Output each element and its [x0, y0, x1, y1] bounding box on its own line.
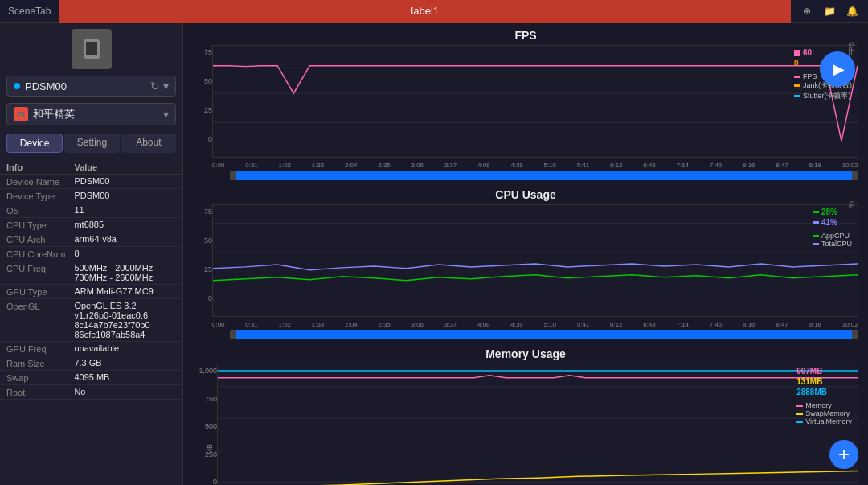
- fps-chart-svg: [212, 45, 858, 158]
- fps-legend-fps-dot: [794, 50, 800, 56]
- fps-y-75: 75: [204, 48, 212, 56]
- info-value: PDSM00: [74, 176, 176, 186]
- info-row: Swap4095 MB: [0, 371, 182, 385]
- fps-timeline-right-handle[interactable]: [852, 171, 858, 180]
- cpu-legend-labels: AppCPU TotalCPU: [813, 232, 852, 248]
- cpu-chart-svg: [212, 204, 858, 317]
- memory-y-unit: MB: [206, 444, 214, 455]
- header-info: Info: [6, 162, 74, 172]
- app-cpu-val: 28%: [821, 208, 837, 216]
- fps-chart-section: FPS 75 50 25 0 FPS: [183, 23, 868, 182]
- info-key: Root: [6, 387, 74, 397]
- info-row: Device TypePDSM00: [0, 189, 182, 203]
- info-key: CPU Freq: [6, 263, 74, 273]
- right-panel: FPS 75 50 25 0 FPS: [183, 23, 868, 485]
- tab-about[interactable]: About: [121, 134, 176, 153]
- left-panel: PDSM00 ↻ ▾ 🎮 和平精英 ▾ Device Setting About…: [0, 23, 183, 485]
- cpu-x-axis: 0:000:311:021:332:042:353:063:374:084:39…: [212, 319, 858, 328]
- info-value: ARM Mali-G77 MC9: [74, 286, 176, 296]
- tab-device[interactable]: Device: [6, 134, 63, 153]
- device-avatar: [72, 29, 112, 69]
- info-value: unavailable: [74, 343, 176, 353]
- game-name-label: 和平精英: [33, 107, 163, 121]
- info-key: CPU CoreNum: [6, 249, 74, 259]
- play-button[interactable]: [820, 51, 855, 87]
- info-value: 11: [74, 205, 176, 215]
- info-row: Device NamePDSM00: [0, 175, 182, 189]
- info-key: OpenGL: [6, 301, 74, 311]
- header-value: Value: [74, 162, 176, 172]
- cpu-chart-title: CPU Usage: [193, 188, 858, 201]
- fps-legend-item3: Stutter(卡顿率): [794, 91, 852, 101]
- fps-timeline-bar[interactable]: [230, 171, 858, 180]
- fps-x-axis: 0:000:311:021:332:042:353:063:374:084:39…: [212, 160, 858, 169]
- memory-chart-wrapper: MB 907MB 131M: [217, 364, 858, 485]
- info-row: CPU Archarm64-v8a: [0, 232, 182, 247]
- cpu-legend: 28% 41% AppCPU: [813, 208, 852, 248]
- info-row: CPU CoreNum8: [0, 247, 182, 261]
- label1-tab[interactable]: label1: [59, 0, 791, 23]
- info-key: Device Name: [6, 176, 74, 187]
- info-rows: Device NamePDSM00Device TypePDSM00OS11CP…: [0, 175, 182, 400]
- top-bar: SceneTab label1 ⊕ 📁 🔔: [0, 0, 868, 23]
- swap-val: 131MB: [796, 377, 852, 386]
- refresh-icon[interactable]: ↻: [150, 80, 160, 92]
- info-row: GPU TypeARM Mali-G77 MC9: [0, 285, 182, 299]
- location-icon[interactable]: ⊕: [799, 3, 815, 19]
- top-icons-container: ⊕ 📁 🔔: [791, 3, 868, 19]
- info-key: Swap: [6, 372, 74, 383]
- fps-legend-label1: FPS: [803, 72, 817, 80]
- folder-icon[interactable]: 📁: [821, 3, 837, 19]
- game-selector[interactable]: 🎮 和平精英 ▾: [6, 103, 176, 125]
- fps-legend-label3: Stutter(卡顿率): [803, 91, 851, 101]
- info-row: OS11: [0, 203, 182, 218]
- info-row: GPU Frequnavailable: [0, 342, 182, 356]
- fps-val: 60: [803, 48, 812, 57]
- svg-rect-2: [86, 42, 97, 55]
- cpu-legend-app: 28%: [813, 208, 852, 216]
- cpu-timeline-right-handle[interactable]: [852, 330, 858, 339]
- cpu-chart-row: 75 50 25 0 %: [193, 204, 858, 341]
- fps-timeline-left-handle[interactable]: [230, 171, 236, 180]
- info-row: OpenGLOpenGL ES 3.2v1.r26p0-01eac0.68c14…: [0, 299, 182, 342]
- tab-bar: Device Setting About: [6, 134, 176, 153]
- info-row: Ram Size7.3 GB: [0, 356, 182, 371]
- tab-setting[interactable]: Setting: [64, 134, 119, 153]
- info-key: CPU Type: [6, 220, 74, 230]
- fps-jank-val: 0: [794, 59, 799, 68]
- cpu-chart-wrapper: % 28%: [212, 204, 858, 341]
- info-row: CPU Freq500MHz - 2000MHz730MHz - 2600MHz: [0, 261, 182, 285]
- add-chart-button[interactable]: +: [829, 440, 858, 469]
- virtual-val: 2888MB: [796, 388, 852, 397]
- cpu-timeline-left-handle[interactable]: [230, 330, 236, 339]
- device-status-dot: [14, 83, 20, 89]
- memory-val: 907MB: [796, 367, 852, 376]
- device-action-icons: ↻ ▾: [150, 80, 169, 92]
- app-cpu-dot: [813, 211, 819, 213]
- info-key: CPU Arch: [6, 234, 74, 245]
- fps-y-50: 50: [204, 77, 212, 85]
- info-key: OS: [6, 205, 74, 216]
- total-cpu-val: 41%: [821, 218, 837, 227]
- cpu-timeline-bar[interactable]: [230, 330, 858, 339]
- bell-icon[interactable]: 🔔: [844, 3, 860, 19]
- game-chevron-icon[interactable]: ▾: [163, 108, 169, 121]
- memory-chart-row: 1,000 750 500 250 0 MB: [193, 364, 858, 485]
- device-selector[interactable]: PDSM00 ↻ ▾: [6, 76, 176, 97]
- info-value: PDSM00: [74, 191, 176, 200]
- scene-tab-label[interactable]: SceneTab: [0, 6, 59, 17]
- info-key: GPU Freq: [6, 343, 74, 354]
- fps-chart-title: FPS: [193, 29, 858, 42]
- cpu-y-unit: %: [847, 201, 855, 208]
- info-value: 7.3 GB: [74, 358, 176, 368]
- memory-chart-title: Memory Usage: [193, 347, 858, 360]
- stutter-color-dot: [794, 95, 800, 97]
- info-value: OpenGL ES 3.2v1.r26p0-01eac0.68c14a7b7e2…: [74, 301, 176, 339]
- chevron-down-icon[interactable]: ▾: [163, 80, 169, 92]
- memory-legend-labels: Memory SwapMemory VirtualMemory: [796, 401, 852, 425]
- info-value: mt6885: [74, 220, 176, 229]
- info-row: RootNo: [0, 385, 182, 400]
- info-row: CPU Typemt6885: [0, 218, 182, 232]
- info-key: Device Type: [6, 191, 74, 201]
- fps-y-25: 25: [204, 106, 212, 114]
